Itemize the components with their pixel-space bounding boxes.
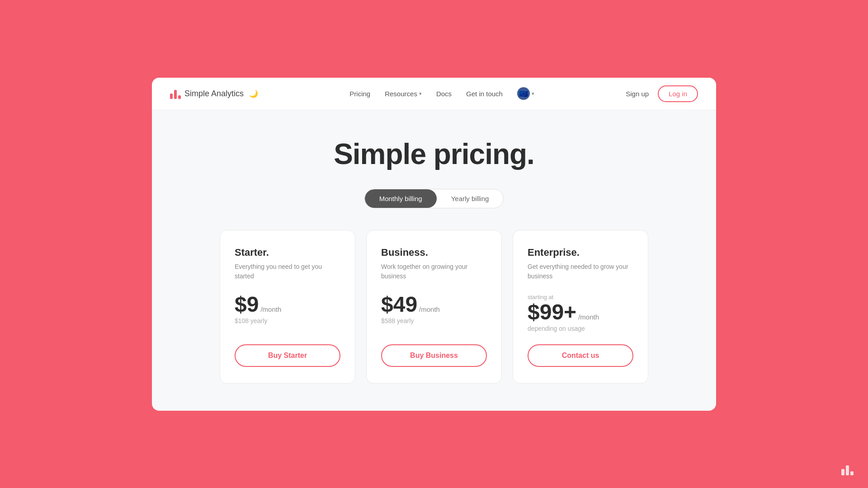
- sign-up-button[interactable]: Sign up: [626, 90, 649, 98]
- business-plan-desc: Work together on growing your business: [381, 262, 487, 281]
- enterprise-plan-desc: Get everything needed to grow your busin…: [528, 262, 633, 281]
- moon-icon: 🌙: [249, 89, 258, 98]
- bottom-decoration: [841, 465, 854, 475]
- logo-text: Simple Analytics: [184, 89, 244, 99]
- logo-bar-2: [174, 90, 177, 99]
- starter-price-amount: $9: [235, 294, 259, 315]
- nav-item-get-in-touch[interactable]: Get in touch: [466, 90, 503, 98]
- language-chevron-icon: ▾: [532, 91, 534, 97]
- business-price-row: $49 /month: [381, 294, 487, 315]
- buy-starter-button[interactable]: Buy Starter: [235, 344, 340, 367]
- logo-bar-3: [178, 95, 181, 99]
- contact-us-button[interactable]: Contact us: [528, 344, 633, 367]
- nav-item-docs[interactable]: Docs: [436, 90, 452, 98]
- pricing-cards: Starter. Everything you need to get you …: [170, 230, 698, 384]
- buy-business-button[interactable]: Buy Business: [381, 344, 487, 367]
- navbar-logo-area: Simple Analytics 🌙: [170, 88, 258, 99]
- starter-plan-name: Starter.: [235, 247, 340, 258]
- starter-plan-desc: Everything you need to get you started: [235, 262, 340, 281]
- monthly-billing-button[interactable]: Monthly billing: [365, 189, 437, 208]
- enterprise-card: Enterprise. Get everything needed to gro…: [513, 230, 648, 384]
- page-title: Simple pricing.: [334, 137, 534, 171]
- deco-bar-2: [846, 465, 849, 475]
- logo-icon: [170, 88, 181, 99]
- business-price-amount: $49: [381, 294, 417, 315]
- page-container: Simple Analytics 🌙 Pricing Resources ▾ D…: [152, 78, 716, 411]
- nav-item-pricing[interactable]: Pricing: [349, 90, 370, 98]
- enterprise-price-row: $99+ /month: [528, 301, 633, 323]
- business-price-period: /month: [419, 305, 440, 313]
- logo-bar-1: [170, 94, 173, 99]
- main-content: Simple pricing. Monthly billing Yearly b…: [152, 110, 716, 411]
- enterprise-starting-at-label: starting at: [528, 294, 633, 300]
- navbar-nav: Pricing Resources ▾ Docs Get in touch 🇪🇺…: [349, 87, 534, 100]
- starter-price-row: $9 /month: [235, 294, 340, 315]
- eu-flag-icon: 🇪🇺: [517, 87, 530, 100]
- enterprise-usage-note: depending on usage: [528, 325, 633, 332]
- log-in-button[interactable]: Log in: [658, 85, 698, 102]
- business-card: Business. Work together on growing your …: [366, 230, 502, 384]
- navbar: Simple Analytics 🌙 Pricing Resources ▾ D…: [152, 78, 716, 110]
- yearly-billing-button[interactable]: Yearly billing: [437, 189, 504, 208]
- nav-item-resources[interactable]: Resources ▾: [385, 90, 422, 98]
- resources-chevron-icon: ▾: [419, 91, 422, 97]
- enterprise-price-period: /month: [578, 313, 599, 321]
- billing-toggle: Monthly billing Yearly billing: [364, 189, 504, 208]
- starter-card: Starter. Everything you need to get you …: [220, 230, 355, 384]
- navbar-actions: Sign up Log in: [626, 85, 698, 102]
- enterprise-price-amount: $99+: [528, 301, 576, 323]
- nav-item-language[interactable]: 🇪🇺 ▾: [517, 87, 534, 100]
- business-yearly-note: $588 yearly: [381, 317, 487, 324]
- deco-bar-1: [841, 469, 844, 475]
- enterprise-plan-name: Enterprise.: [528, 247, 633, 258]
- starter-yearly-note: $108 yearly: [235, 317, 340, 324]
- business-plan-name: Business.: [381, 247, 487, 258]
- deco-bar-3: [850, 471, 854, 475]
- starter-price-period: /month: [260, 305, 281, 313]
